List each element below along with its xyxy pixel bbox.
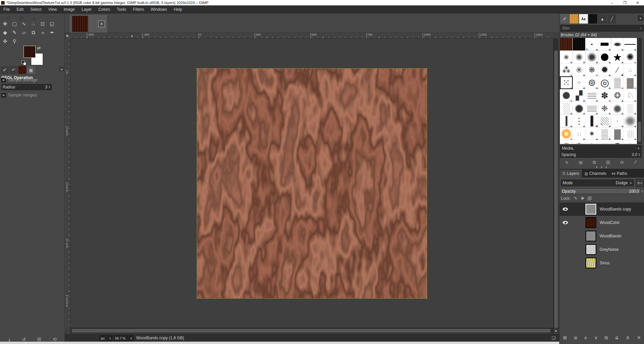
duplicate-brush-button[interactable]: ⧉ (593, 160, 596, 165)
grass-strokes-2[interactable] (598, 140, 611, 144)
color-picker-tool[interactable]: ✜ (0, 37, 10, 46)
histogram-tab[interactable]: ▲ (598, 14, 607, 24)
swap-colors-icon[interactable]: ⇄ (37, 45, 41, 50)
image-tab-close-icon[interactable]: ✕ (98, 21, 105, 27)
layer-row[interactable]: GreyNoise (560, 243, 644, 256)
hard-round-brush[interactable] (598, 51, 611, 64)
visibility-eye-icon[interactable] (563, 221, 568, 224)
smear-blob-brush[interactable] (611, 102, 624, 115)
soft-round-large[interactable] (585, 51, 598, 64)
pixel-brush[interactable] (585, 38, 598, 51)
layer-row[interactable]: WoodColor (560, 216, 644, 229)
lock-pixels-icon[interactable]: ✎ (574, 196, 577, 201)
navigation-button[interactable]: ▲ (553, 328, 559, 333)
crop-tool[interactable]: ⊡ (38, 20, 47, 28)
save-tool-options[interactable]: ⤓ (8, 337, 10, 342)
clone-tool[interactable]: ⧉ (29, 28, 38, 37)
spacing-spin-arrows[interactable]: ▲▼ (638, 153, 640, 156)
lock-alpha-icon[interactable] (588, 196, 592, 200)
merge-down-button[interactable]: ⇊ (615, 335, 619, 340)
splatter-3[interactable] (585, 64, 598, 76)
layer-thumbnail[interactable] (585, 244, 596, 255)
grunge-disc-2[interactable] (573, 140, 585, 144)
layer-thumbnail[interactable] (585, 258, 596, 268)
ruler-corner-button[interactable]: ▶ (65, 33, 70, 38)
zoom-tool[interactable]: ⚲ (10, 37, 19, 46)
horizontal-scrollbar[interactable] (70, 328, 553, 333)
dock-splitter-handle[interactable]: ● ● ● (560, 166, 644, 169)
splatter-4[interactable] (598, 64, 611, 76)
paintbrush-tool[interactable]: ✎ (10, 28, 19, 37)
bucket-fill-tool[interactable]: ◆ (0, 28, 10, 37)
restore-tool-options[interactable]: ↺ (22, 337, 26, 342)
rough-disc-brush[interactable] (611, 127, 624, 140)
tab-paths[interactable]: ⋈ Paths (609, 169, 630, 178)
reset-tool-options[interactable]: ⟲ (52, 337, 56, 342)
dark-figure-brush[interactable] (585, 140, 598, 144)
brushes-tab[interactable]: ✐ (560, 14, 569, 24)
anchor-layer-button[interactable]: ⚓ (626, 335, 630, 340)
grainy-disc-brush[interactable] (560, 89, 573, 102)
image-thumbnail-tab[interactable] (18, 66, 26, 74)
round-noise-brush[interactable] (598, 127, 611, 140)
delete-tool-options[interactable]: ☒ (37, 337, 41, 342)
lower-layer-button[interactable]: ∨ (594, 335, 598, 340)
horizontal-ruler[interactable]: -500-2500250500750100012501500 (70, 33, 553, 38)
menu-item[interactable]: Layer (78, 6, 95, 13)
ink-tool[interactable]: ✒ (47, 28, 57, 37)
open-brush-as-image-button[interactable]: ⤤ (634, 160, 636, 165)
eraser-tool[interactable]: ▱ (19, 28, 29, 37)
foreground-color-swatch[interactable] (24, 46, 36, 58)
new-brush-button[interactable]: ⊞ (579, 160, 582, 165)
smudge-tool[interactable]: ≈ (38, 28, 47, 37)
transform-tool[interactable]: ◱ (47, 20, 57, 28)
menu-item[interactable]: Select (27, 6, 45, 13)
close-button[interactable]: ✕ (631, 1, 644, 5)
horizontal-scrollbar-thumb[interactable] (72, 329, 551, 333)
chalk-brush[interactable] (624, 51, 637, 64)
opacity-slider[interactable]: Opacity 100.0 (560, 188, 641, 194)
unit-select[interactable]: px ∨ (100, 335, 112, 341)
dark-grain-brush[interactable] (573, 38, 585, 51)
sample-merged-checkbox[interactable]: ✕ (1, 93, 6, 98)
cell-texture-2[interactable] (598, 76, 611, 89)
splatter-5[interactable] (585, 127, 598, 140)
soft-cloud-brush[interactable] (624, 115, 637, 127)
chunky-blob-brush[interactable] (573, 89, 585, 102)
opacity-spin-arrows[interactable]: ▲▼ (641, 188, 644, 194)
menu-item[interactable]: Tools (113, 6, 129, 13)
layer-row[interactable]: Sinus (560, 256, 644, 270)
spatter-dots-brush[interactable] (560, 76, 573, 89)
line-brush[interactable] (624, 38, 637, 51)
vertical-ruler[interactable]: 02505007501000 (65, 38, 70, 328)
layer-mode-select[interactable]: Mode Dodge ∨ (560, 179, 634, 187)
splatter-2[interactable] (573, 64, 585, 76)
undo-history-tab[interactable]: ↶ (9, 66, 17, 74)
visibility-eye-icon[interactable] (563, 207, 568, 211)
vertical-worm-brush[interactable] (560, 115, 573, 127)
noise-round-2[interactable] (624, 76, 637, 89)
select-by-color-tool[interactable]: ∴ (29, 20, 38, 28)
dark-blob-2[interactable] (611, 140, 624, 144)
brush-tag-select[interactable]: Media, ∨ (560, 145, 642, 151)
delete-brush-button[interactable]: ☒ (606, 160, 610, 165)
dynamics-tab[interactable]: ╱ (607, 14, 616, 24)
mode-switch-button[interactable]: ⟲ ∨ (636, 179, 644, 187)
vertical-scrollbar[interactable] (553, 38, 559, 328)
menu-item[interactable]: View (45, 6, 60, 13)
tab-channels[interactable]: ▥ Channels (582, 169, 609, 178)
tiny-dot-brush[interactable] (611, 115, 624, 127)
diagonal-lines-brush[interactable] (598, 115, 611, 127)
sample-average-checkbox[interactable]: ✕ (1, 78, 6, 82)
menu-item[interactable]: Edit (13, 6, 27, 13)
patterns-tab[interactable] (570, 14, 578, 24)
heavy-stroke-brush[interactable] (585, 115, 598, 127)
new-layer-button[interactable]: ⊞ (563, 335, 567, 340)
lock-position-icon[interactable]: ✥ (581, 196, 584, 201)
spacing-spinner[interactable]: Spacing 3.0 ▲▼ (560, 152, 642, 158)
menu-item[interactable]: Image (60, 6, 78, 13)
dock-menu-icon[interactable]: ◂ (638, 15, 643, 20)
noise-round-1[interactable] (611, 76, 624, 89)
diagonal-dash-brush[interactable] (611, 64, 624, 76)
starburst-brush[interactable] (624, 140, 637, 144)
